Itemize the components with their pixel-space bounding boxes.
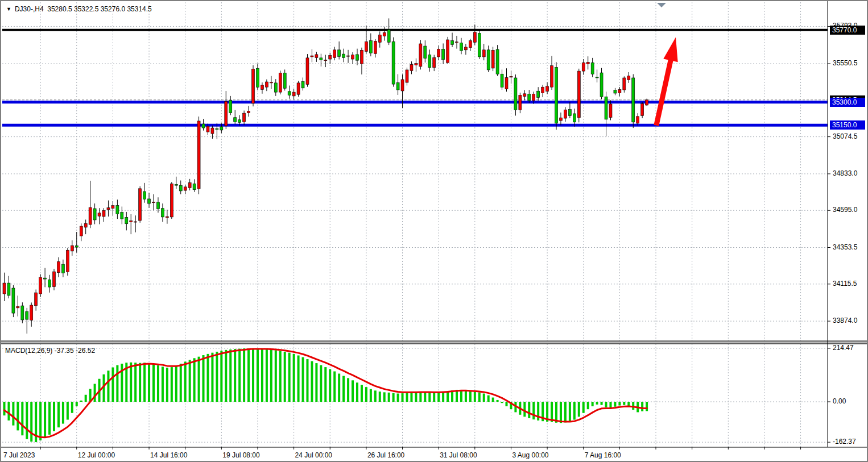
candle[interactable] (288, 91, 291, 95)
candle[interactable] (387, 30, 390, 42)
candle[interactable] (519, 95, 522, 110)
candle[interactable] (568, 110, 571, 116)
candle[interactable] (419, 44, 422, 66)
candle[interactable] (487, 50, 490, 70)
pane-splitter[interactable] (1, 341, 867, 344)
candle[interactable] (605, 97, 607, 119)
candle[interactable] (627, 76, 630, 80)
candle[interactable] (26, 311, 28, 319)
candle[interactable] (514, 78, 517, 110)
candle[interactable] (39, 277, 42, 294)
candle[interactable] (600, 73, 603, 97)
candle[interactable] (320, 58, 323, 60)
candle[interactable] (21, 306, 24, 320)
candle[interactable] (216, 128, 218, 130)
candle[interactable] (211, 128, 214, 134)
candle[interactable] (202, 124, 205, 128)
candle[interactable] (193, 184, 196, 189)
candle[interactable] (175, 184, 177, 185)
candle[interactable] (220, 127, 223, 130)
candle[interactable] (116, 206, 119, 214)
candle[interactable] (156, 202, 159, 209)
candle[interactable] (338, 50, 341, 57)
candle[interactable] (306, 58, 309, 85)
symbol-dropdown-icon[interactable]: ▼ (6, 6, 11, 12)
candle[interactable] (437, 49, 440, 57)
candle[interactable] (71, 245, 73, 251)
candle[interactable] (148, 199, 151, 203)
candle[interactable] (261, 85, 263, 90)
candle[interactable] (102, 210, 105, 217)
candle[interactable] (206, 126, 209, 132)
candle[interactable] (609, 104, 612, 118)
candle[interactable] (392, 41, 395, 84)
candle[interactable] (537, 91, 540, 97)
candle[interactable] (546, 86, 549, 91)
candle[interactable] (614, 90, 617, 93)
candle[interactable] (252, 69, 255, 103)
candle[interactable] (279, 73, 282, 92)
candle[interactable] (170, 184, 173, 217)
candle[interactable] (505, 77, 508, 89)
candle[interactable] (89, 207, 92, 224)
candle[interactable] (301, 81, 304, 88)
candle[interactable] (582, 63, 585, 71)
candle[interactable] (577, 71, 580, 118)
candle[interactable] (329, 55, 332, 59)
candle[interactable] (406, 70, 408, 82)
candle[interactable] (596, 77, 598, 78)
candle[interactable] (623, 78, 626, 90)
candle[interactable] (591, 63, 594, 74)
candle[interactable] (496, 49, 499, 74)
candle[interactable] (111, 206, 114, 209)
candle[interactable] (447, 40, 449, 63)
candle[interactable] (139, 189, 142, 220)
candle[interactable] (573, 114, 576, 122)
candle[interactable] (551, 66, 553, 88)
candle[interactable] (396, 82, 399, 90)
candle[interactable] (428, 55, 431, 67)
candle[interactable] (401, 80, 404, 91)
candle[interactable] (433, 57, 436, 68)
candle[interactable] (501, 74, 503, 87)
candle[interactable] (188, 183, 191, 188)
candle[interactable] (297, 83, 300, 94)
candle[interactable] (641, 103, 644, 115)
candle[interactable] (315, 55, 318, 57)
candle[interactable] (464, 47, 467, 50)
candle[interactable] (121, 212, 123, 219)
candle[interactable] (265, 82, 268, 87)
candle[interactable] (75, 245, 78, 247)
candle[interactable] (270, 82, 272, 83)
candle[interactable] (491, 50, 494, 68)
candle[interactable] (229, 100, 232, 113)
candle[interactable] (478, 34, 481, 57)
candle[interactable] (618, 90, 621, 93)
candle[interactable] (35, 293, 38, 306)
candle[interactable] (473, 32, 476, 43)
candle[interactable] (161, 209, 164, 217)
candle[interactable] (61, 264, 64, 273)
candle[interactable] (12, 288, 15, 313)
candle[interactable] (130, 220, 133, 222)
candle[interactable] (107, 208, 110, 210)
candle[interactable] (469, 41, 472, 48)
candle[interactable] (564, 110, 567, 118)
candle[interactable] (528, 94, 531, 101)
candle[interactable] (523, 94, 526, 97)
candle[interactable] (184, 187, 187, 190)
candle[interactable] (442, 49, 445, 59)
candle[interactable] (98, 213, 101, 216)
candle[interactable] (369, 41, 372, 53)
candle[interactable] (84, 223, 87, 227)
candle[interactable] (247, 111, 250, 113)
candle[interactable] (57, 261, 60, 272)
candle[interactable] (30, 305, 33, 320)
candle[interactable] (460, 43, 462, 51)
candle[interactable] (646, 100, 648, 105)
candle[interactable] (324, 60, 327, 61)
candle[interactable] (636, 116, 639, 123)
candle[interactable] (80, 226, 82, 236)
candle[interactable] (243, 113, 246, 122)
candle[interactable] (16, 306, 19, 308)
